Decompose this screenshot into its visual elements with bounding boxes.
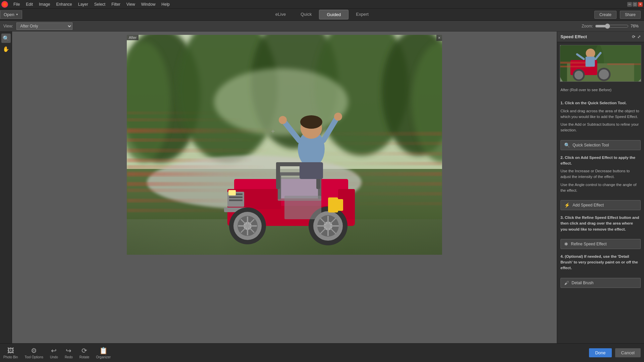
hand-tool[interactable]: ✋	[1, 44, 11, 54]
quick-selection-label: Quick Selection Tool	[573, 143, 609, 147]
detail-brush-button[interactable]: 🖌 Detail Brush	[560, 278, 641, 288]
canvas-label: After	[127, 35, 139, 40]
svg-point-8	[214, 68, 348, 135]
app-icon	[1, 1, 8, 8]
step2-desc2: Use the Angle control to change the angl…	[560, 182, 641, 194]
svg-rect-26	[305, 162, 442, 165]
panel-icon-popout[interactable]: ⤢	[637, 35, 641, 39]
step3-instructions: 3. Click the Refine Speed Effect button …	[557, 212, 644, 237]
svg-point-84	[575, 71, 583, 79]
mode-bar: Open ▼ eLive Quick Guided Expert Create …	[0, 9, 644, 21]
zoom-section: Zoom: 76%	[582, 23, 641, 29]
close-canvas-button[interactable]: ×	[436, 35, 442, 41]
maximize-button[interactable]: □	[633, 2, 637, 7]
share-button[interactable]: Share	[620, 11, 641, 19]
undo-tool[interactable]: ↩ Undo	[50, 347, 58, 359]
step1-desc2: Use the Add or Subtract buttons to refin…	[560, 122, 641, 133]
svg-rect-22	[127, 112, 221, 114]
menu-window[interactable]: Window	[139, 1, 158, 7]
tab-quick[interactable]: Quick	[293, 10, 319, 19]
svg-point-71	[300, 115, 322, 129]
quick-selection-icon: 🔍	[564, 142, 570, 148]
panel-title: Speed Effect	[560, 34, 587, 39]
step4-number: 4. (Optional) If needed, use the 'Detail…	[560, 254, 638, 270]
quick-selection-button[interactable]: 🔍 Quick Selection Tool	[560, 140, 641, 150]
menu-view[interactable]: View	[124, 1, 138, 7]
menu-file[interactable]: File	[11, 1, 22, 7]
toolbar: View: After Only Before Only Before & Af…	[0, 21, 644, 32]
zoom-label: Zoom:	[582, 24, 593, 28]
svg-rect-43	[229, 199, 243, 201]
tab-expert[interactable]: Expert	[348, 10, 376, 19]
mode-tabs: eLive Quick Guided Expert	[268, 10, 376, 19]
svg-rect-68	[284, 196, 321, 219]
svg-rect-14	[127, 159, 254, 162]
bottom-right-actions: Done Cancel	[589, 348, 641, 357]
organizer-tool[interactable]: 📋 Organizer	[96, 347, 111, 359]
svg-rect-16	[127, 172, 281, 176]
refine-speed-icon: ✱	[564, 241, 568, 247]
svg-rect-42	[229, 196, 243, 198]
bottom-bar: 🖼 Photo Bin ⚙ Tool Options ↩ Undo ↪ Redo…	[0, 343, 644, 362]
svg-text:+: +	[271, 128, 275, 135]
svg-rect-12	[127, 139, 261, 141]
step3-number: 3. Click the Refine Speed Effect button …	[560, 216, 639, 231]
close-button[interactable]: ✕	[638, 2, 643, 7]
panel-header: Speed Effect ⟳ ⤢	[557, 32, 644, 42]
view-select[interactable]: After Only Before Only Before & After Ho…	[16, 22, 72, 30]
refine-speed-label: Refine Speed Effect	[571, 242, 607, 246]
detail-brush-icon: 🖌	[564, 280, 569, 286]
photo-bin-icon: 🖼	[7, 347, 14, 355]
tool-options-tool[interactable]: ⚙ Tool Options	[24, 347, 43, 359]
step2-desc: Use the Increase or Decrease buttons to …	[560, 168, 641, 180]
panel-icon-refresh[interactable]: ⟳	[632, 35, 635, 39]
create-button[interactable]: Create	[594, 11, 616, 19]
photo-bin-label: Photo Bin	[3, 355, 18, 359]
menu-bar: File Edit Image Enhance Layer Select Fil…	[0, 0, 644, 9]
menu-help[interactable]: Help	[159, 1, 172, 7]
add-speed-label: Add Speed Effect	[573, 203, 604, 207]
zoom-tool[interactable]: 🔍	[1, 34, 11, 43]
tab-elive[interactable]: eLive	[268, 10, 293, 19]
menu-edit[interactable]: Edit	[23, 1, 36, 7]
redo-tool[interactable]: ↪ Redo	[65, 347, 73, 359]
rotate-label: Rotate	[79, 355, 89, 359]
share-create-area: Create Share	[594, 11, 641, 19]
view-label: View:	[3, 24, 13, 28]
redo-label: Redo	[65, 355, 73, 359]
svg-rect-76	[300, 162, 323, 179]
photo-canvas: +	[127, 35, 442, 255]
zoom-value: 76%	[631, 24, 641, 28]
svg-point-75	[334, 113, 342, 121]
zoom-slider[interactable]	[595, 23, 629, 29]
tool-options-label: Tool Options	[24, 355, 43, 359]
add-speed-effect-button[interactable]: ⚡ Add Speed Effect	[560, 200, 641, 210]
minimize-button[interactable]: ─	[627, 2, 632, 7]
rotate-tool[interactable]: ⟳ Rotate	[79, 347, 89, 359]
svg-point-86	[599, 69, 609, 79]
undo-label: Undo	[50, 355, 58, 359]
cancel-button[interactable]: Cancel	[615, 348, 641, 357]
menu-layer[interactable]: Layer	[75, 1, 91, 7]
organizer-icon: 📋	[99, 347, 108, 355]
photo-bin-tool[interactable]: 🖼 Photo Bin	[3, 347, 18, 359]
step4-instructions: 4. (Optional) If needed, use the 'Detail…	[557, 251, 644, 276]
tab-guided[interactable]: Guided	[319, 10, 348, 19]
menu-select[interactable]: Select	[92, 1, 108, 7]
menu-enhance[interactable]: Enhance	[53, 1, 74, 7]
right-panel: Speed Effect ⟳ ⤢	[557, 32, 644, 343]
svg-rect-13	[127, 149, 271, 152]
canvas-area: After ×	[12, 32, 557, 343]
step2-number: 2. Click on Add Speed Effect to apply th…	[560, 156, 635, 165]
menu-filter[interactable]: Filter	[109, 1, 123, 7]
redo-icon: ↪	[66, 347, 71, 355]
svg-rect-67	[336, 199, 343, 211]
rotate-icon: ⟳	[82, 347, 87, 355]
done-button[interactable]: Done	[589, 348, 611, 357]
open-button[interactable]: Open ▼	[0, 10, 22, 19]
refine-speed-effect-button[interactable]: ✱ Refine Speed Effect	[560, 239, 641, 249]
svg-rect-89	[607, 63, 641, 65]
svg-rect-11	[127, 129, 278, 133]
main-area: 🔍 ✋ After ×	[0, 32, 644, 343]
menu-image[interactable]: Image	[36, 1, 53, 7]
